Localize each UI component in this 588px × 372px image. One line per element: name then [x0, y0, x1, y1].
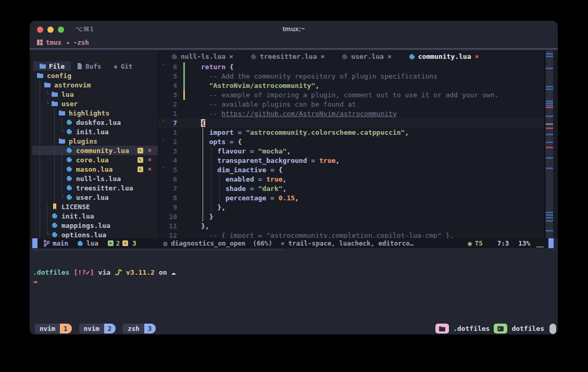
tree-item-LICENSE[interactable]: LICENSE	[32, 202, 158, 211]
code-line[interactable]: ˇ7{	[158, 119, 544, 128]
minimap-mark	[546, 147, 553, 148]
tmux-session-tab[interactable]: tmux ◂ -zsh	[37, 39, 89, 46]
shell-pane[interactable]: .dotfiles [!?✔] via v3.11.2 on ☁ →	[30, 248, 558, 323]
sidebar-tab-file[interactable]: File	[33, 61, 71, 71]
sidebar-tab-git[interactable]: ◈Git	[107, 61, 139, 71]
buffer-tab-treesitter.lua[interactable]: treesitter.lua×	[244, 53, 332, 60]
fold-chevron-icon[interactable]: ˇ	[158, 62, 168, 72]
tree-guide	[36, 183, 44, 193]
lua-file-icon	[66, 195, 72, 200]
lua-file-icon	[66, 120, 72, 125]
tmux-tab-row: tmux ◂ -zsh	[30, 36, 558, 49]
tree-corner: └	[58, 127, 66, 136]
tree-item-null-ls.lua[interactable]: null-ls.lua	[32, 174, 158, 183]
tree-item-label: options.lua	[61, 231, 106, 239]
tree-item-label: lua	[61, 91, 73, 98]
tree-item-user.lua[interactable]: └user.lua	[32, 193, 158, 202]
tree-item-mappings.lua[interactable]: mappings.lua	[32, 221, 158, 230]
tree-item-highlights[interactable]: highlights	[32, 108, 158, 118]
code-line[interactable]: 1 import = "astrocommunity.colorscheme.c…	[158, 128, 544, 137]
tree-guide	[44, 164, 51, 174]
code-line[interactable]: 7 shade = "dark",	[158, 184, 544, 194]
tree-item-lua[interactable]: └lua	[32, 89, 158, 99]
buffer-close-icon[interactable]: ×	[387, 53, 392, 60]
fold-column	[158, 100, 168, 109]
unstaged-badge-icon: ×	[148, 148, 152, 153]
tree-item-init.lua[interactable]: init.lua	[32, 211, 158, 221]
tree-item-init.lua[interactable]: └init.lua	[32, 127, 158, 136]
scrollbar-minimap[interactable]	[546, 50, 553, 238]
code-text: -- https://github.com/AstroNvim/astrocom…	[201, 109, 397, 119]
code-line[interactable]: 5 -- Add the community repository of plu…	[158, 72, 544, 81]
code-line[interactable]: 9 },	[158, 203, 544, 212]
tmux-window-2[interactable]: nvim2	[79, 324, 116, 333]
tree-item-community.lua[interactable]: community.lua✎×	[32, 146, 158, 155]
git-sign-column	[177, 184, 201, 194]
tree-item-options.lua[interactable]: └options.lua	[32, 230, 158, 238]
tmux-window-index: 3	[144, 324, 156, 333]
git-diamond-icon: ◈	[114, 62, 118, 70]
line-number: 6	[168, 175, 177, 184]
code-text: },	[201, 222, 209, 231]
fold-column	[158, 72, 168, 81]
lua-file-icon	[66, 176, 72, 181]
code-line[interactable]: 3 flavour = "mocha",	[158, 147, 544, 156]
code-line[interactable]: 12 -- { import = "astrocommunity.complet…	[158, 231, 544, 238]
minimap-mark	[546, 220, 553, 222]
tree-item-astronvim[interactable]: astronvim	[32, 80, 158, 89]
line-number: 2	[168, 100, 177, 109]
tmux-window-3[interactable]: zsh3	[123, 324, 156, 333]
tree-item-label: init.lua	[61, 212, 94, 220]
tree-item-mason.lua[interactable]: mason.lua✎×	[32, 164, 158, 174]
buffer-close-icon[interactable]: ×	[321, 53, 325, 60]
code-line[interactable]: ˇ2 opts = {	[158, 137, 544, 147]
code-line[interactable]: 4 "AstroNvim/astrocommunity",	[158, 81, 544, 91]
modified-badge-icon: ✎	[137, 166, 143, 172]
sidebar-tab-bufs[interactable]: Bufs	[71, 61, 107, 71]
code-line[interactable]: ˇ6return {	[158, 62, 544, 72]
buffer-close-icon[interactable]: ×	[229, 53, 233, 60]
fold-column	[158, 156, 168, 165]
code-line[interactable]: 11},	[158, 222, 544, 231]
buffer-close-icon[interactable]: ×	[475, 53, 479, 60]
folder-icon	[58, 110, 65, 116]
terminal-window: ⌥⌘1 tmux:~ tmux ◂ -zsh FileBufs◈Git conf…	[30, 21, 558, 335]
code-line[interactable]: 10 }	[158, 212, 544, 222]
indent-guide	[211, 147, 211, 212]
fold-chevron-icon[interactable]: ˇ	[158, 119, 168, 128]
code-line[interactable]: 3 -- example of imporing a plugin, comme…	[158, 91, 544, 100]
minimap-mark	[546, 68, 553, 69]
buffer-tab-null-ls.lua[interactable]: null-ls.lua×	[165, 53, 241, 60]
minimap-mark	[546, 134, 553, 135]
lua-icon	[251, 54, 256, 59]
code-text: import = "astrocommunity.colorscheme.cat…	[201, 128, 409, 137]
fold-chevron-icon[interactable]: ˇ	[158, 137, 168, 147]
titlebar[interactable]: ⌥⌘1 tmux:~	[30, 21, 558, 36]
code-text: -- available plugins can be found at	[201, 100, 356, 109]
tree-item-config[interactable]: config	[32, 71, 158, 80]
tree-item-treesitter.lua[interactable]: treesitter.lua	[32, 183, 158, 193]
code-line[interactable]: 4 transparent_background = true,	[158, 156, 544, 165]
code-line[interactable]: 1 -- https://github.com/AstroNvim/astroc…	[158, 109, 544, 119]
buffer-tab-user.lua[interactable]: user.lua×	[335, 53, 398, 60]
lua-icon	[67, 185, 72, 190]
code-line[interactable]: 2 -- available plugins can be found at	[158, 100, 544, 109]
tree-guide	[36, 211, 44, 221]
filetype-indicator: lua	[78, 239, 98, 247]
tree-corner: └	[44, 230, 51, 238]
tree-item-label: astronvim	[54, 81, 91, 89]
tree-item-plugins[interactable]: plugins	[32, 136, 158, 146]
code-line[interactable]: ˇ5 dim_inactive = {	[158, 165, 544, 175]
line-number: 7	[168, 184, 177, 194]
tree-item-user[interactable]: └user	[32, 99, 158, 108]
code-line[interactable]: 8 percentage = 0.15,	[158, 194, 544, 203]
code-area[interactable]: ˇ6return {5 -- Add the community reposit…	[158, 62, 544, 238]
fold-chevron-icon[interactable]: ˇ	[158, 165, 168, 175]
buffer-tab-community.lua[interactable]: community.lua×	[402, 53, 486, 60]
tree-item-core.lua[interactable]: core.lua✎×	[32, 155, 158, 164]
tree-item-duskfox.lua[interactable]: duskfox.lua	[32, 118, 158, 127]
tmux-window-1[interactable]: nvim1	[35, 324, 72, 333]
tree-item-label: user.lua	[76, 194, 109, 201]
code-line[interactable]: 6 enabled = true,	[158, 175, 544, 184]
tree-item-badges: ✎×	[137, 148, 152, 153]
